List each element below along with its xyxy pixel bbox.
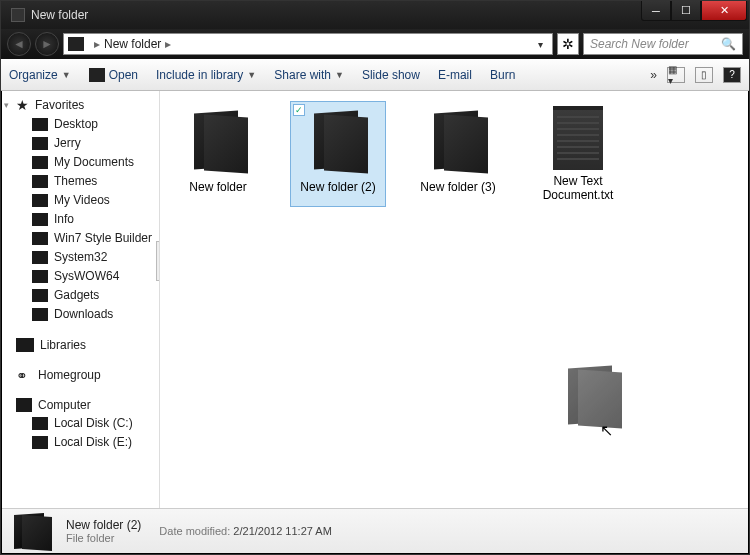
- folder-icon: [32, 232, 48, 245]
- address-bar[interactable]: ▸ New folder ▸ ▾: [63, 33, 553, 55]
- forward-button[interactable]: ►: [35, 32, 59, 56]
- drive-icon: [32, 417, 48, 430]
- modified-value: 2/21/2012 11:27 AM: [233, 525, 331, 537]
- folder-icon: [10, 512, 56, 550]
- address-dropdown[interactable]: ▾: [532, 39, 548, 50]
- file-item[interactable]: New Text Document.txt: [530, 101, 626, 207]
- sidebar-item-downloads[interactable]: Downloads: [2, 305, 159, 324]
- email-button[interactable]: E-mail: [438, 68, 472, 82]
- file-label: New folder: [189, 180, 246, 194]
- sidebar-item-info[interactable]: Info: [2, 210, 159, 229]
- share-with-button[interactable]: Share with▼: [274, 68, 344, 82]
- star-icon: ★: [16, 97, 29, 113]
- folder-icon: [426, 106, 490, 176]
- help-button[interactable]: ?: [723, 67, 741, 83]
- back-button[interactable]: ◄: [7, 32, 31, 56]
- folder-icon: [32, 289, 48, 302]
- view-button[interactable]: ▦ ▾: [667, 67, 685, 83]
- navigation-pane[interactable]: ▾ ★ Favorites Desktop Jerry My Documents…: [2, 91, 160, 508]
- file-label: New Text Document.txt: [535, 174, 621, 202]
- nav-bar: ◄ ► ▸ New folder ▸ ▾ ✲ Search New folder…: [1, 29, 749, 59]
- breadcrumb-sep: ▸: [165, 37, 171, 51]
- sidebar-item-themes[interactable]: Themes: [2, 172, 159, 191]
- include-library-button[interactable]: Include in library▼: [156, 68, 256, 82]
- folder-icon: [89, 68, 105, 82]
- sidebar-item-jerry[interactable]: Jerry: [2, 134, 159, 153]
- folder-icon: [32, 270, 48, 283]
- file-label: New folder (2): [300, 180, 375, 194]
- close-button[interactable]: ✕: [701, 1, 747, 21]
- sidebar-item-system32[interactable]: System32: [2, 248, 159, 267]
- folder-icon: [560, 361, 624, 431]
- homegroup-icon: [16, 368, 32, 382]
- sidebar-item-syswow64[interactable]: SysWOW64: [2, 267, 159, 286]
- folder-icon: [32, 194, 48, 207]
- homegroup-header[interactable]: Homegroup: [2, 366, 159, 384]
- modified-label: Date modified:: [159, 525, 230, 537]
- search-placeholder: Search New folder: [590, 37, 689, 51]
- libraries-header[interactable]: Libraries: [2, 336, 159, 354]
- folder-icon: [306, 106, 370, 176]
- libraries-icon: [16, 338, 34, 352]
- folder-icon: [32, 156, 48, 169]
- sidebar-item-desktop[interactable]: Desktop: [2, 115, 159, 134]
- sidebar-item-stylebuilder[interactable]: Win7 Style Builder: [2, 229, 159, 248]
- sidebar-item-videos[interactable]: My Videos: [2, 191, 159, 210]
- window-controls: ─ ☐ ✕: [641, 1, 747, 21]
- file-label: New folder (3): [420, 180, 495, 194]
- file-item[interactable]: ✓ New folder (2): [290, 101, 386, 207]
- burn-button[interactable]: Burn: [490, 68, 515, 82]
- search-input[interactable]: Search New folder 🔍: [583, 33, 743, 55]
- details-pane: New folder (2) File folder Date modified…: [2, 508, 748, 553]
- folder-icon: [32, 213, 48, 226]
- sidebar-item-gadgets[interactable]: Gadgets: [2, 286, 159, 305]
- open-button[interactable]: Open: [89, 68, 138, 82]
- details-type: File folder: [66, 532, 141, 544]
- breadcrumb-sep: ▸: [94, 37, 100, 51]
- breadcrumb-location[interactable]: New folder: [104, 37, 161, 51]
- explorer-window: New folder ─ ☐ ✕ ◄ ► ▸ New folder ▸ ▾ ✲ …: [0, 0, 750, 555]
- favorites-header[interactable]: ▾ ★ Favorites: [2, 95, 159, 115]
- overflow-button[interactable]: »: [650, 68, 657, 82]
- file-list[interactable]: New folder ✓ New folder (2) New folder (…: [160, 91, 748, 508]
- chevron-down-icon: ▾: [4, 100, 9, 110]
- organize-button[interactable]: Organize▼: [9, 68, 71, 82]
- preview-pane-button[interactable]: ▯: [695, 67, 713, 83]
- file-item[interactable]: New folder: [170, 101, 266, 207]
- sidebar-item-documents[interactable]: My Documents: [2, 153, 159, 172]
- folder-icon: [32, 175, 48, 188]
- minimize-button[interactable]: ─: [641, 1, 671, 21]
- sidebar-item-drive-e[interactable]: Local Disk (E:): [2, 433, 159, 452]
- computer-icon: [16, 398, 32, 412]
- computer-header[interactable]: Computer: [2, 396, 159, 414]
- slideshow-button[interactable]: Slide show: [362, 68, 420, 82]
- folder-icon: [32, 251, 48, 264]
- checkbox-icon[interactable]: ✓: [293, 104, 305, 116]
- folder-icon: [32, 118, 48, 131]
- drive-icon: [32, 436, 48, 449]
- details-name: New folder (2): [66, 518, 141, 532]
- window-title: New folder: [31, 8, 88, 22]
- sidebar-item-drive-c[interactable]: Local Disk (C:): [2, 414, 159, 433]
- file-item[interactable]: New folder (3): [410, 101, 506, 207]
- drag-ghost: [560, 361, 624, 431]
- command-bar: Organize▼ Open Include in library▼ Share…: [1, 59, 749, 91]
- window-icon: [11, 8, 25, 22]
- folder-icon: [32, 308, 48, 321]
- title-bar[interactable]: New folder ─ ☐ ✕: [1, 1, 749, 29]
- folder-icon: [186, 106, 250, 176]
- text-file-icon: [553, 106, 603, 170]
- folder-icon: [68, 37, 84, 51]
- cursor-icon: ↖: [600, 421, 613, 440]
- refresh-button[interactable]: ✲: [557, 33, 579, 55]
- folder-icon: [32, 137, 48, 150]
- content-area: ▾ ★ Favorites Desktop Jerry My Documents…: [2, 91, 748, 508]
- search-icon: 🔍: [721, 37, 736, 51]
- maximize-button[interactable]: ☐: [671, 1, 701, 21]
